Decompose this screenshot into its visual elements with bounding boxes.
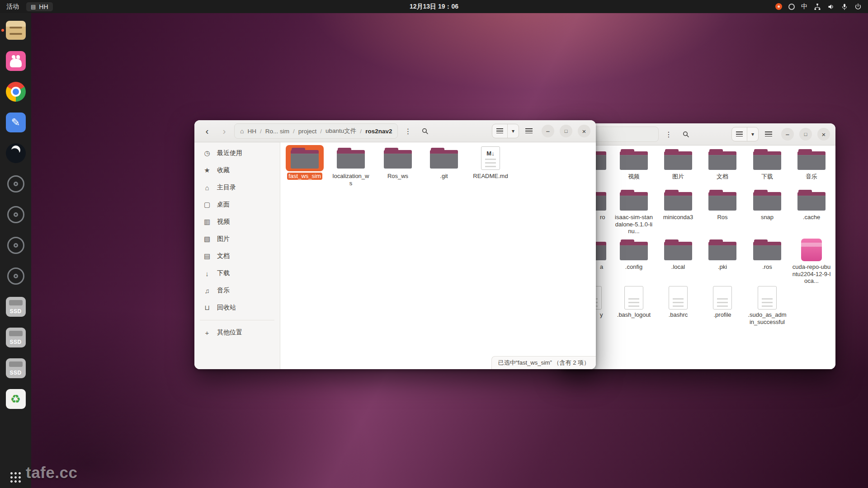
- sidebar-item-desktop[interactable]: ▢ 桌面: [198, 197, 276, 213]
- screen-record-indicator-icon[interactable]: [775, 3, 782, 10]
- file-item[interactable]: .pki: [701, 238, 744, 271]
- dock-item-editor[interactable]: ✎: [5, 112, 27, 133]
- file-item[interactable]: Ros_ws: [376, 145, 420, 180]
- dock-item-disk-2[interactable]: [5, 204, 27, 225]
- back-close-button[interactable]: ×: [817, 128, 830, 141]
- breadcrumb-segment[interactable]: ubantu文件: [326, 127, 356, 135]
- breadcrumb-segment[interactable]: project: [298, 128, 317, 135]
- file-item[interactable]: .bashrc: [657, 286, 699, 319]
- minimize-button[interactable]: −: [542, 125, 554, 137]
- view-toggle[interactable]: ▾: [492, 124, 519, 138]
- dock-item-disk-3[interactable]: [5, 235, 27, 256]
- desktop-icon: ▢: [203, 201, 212, 209]
- file-item[interactable]: 下载: [746, 147, 788, 180]
- file-item[interactable]: .profile: [701, 286, 744, 319]
- file-item[interactable]: .cache: [790, 188, 833, 221]
- chevron-down-icon[interactable]: ▾: [508, 124, 519, 138]
- back-search-button[interactable]: [679, 127, 693, 141]
- dock-item-disk-1[interactable]: [5, 173, 27, 195]
- volume-icon[interactable]: [827, 3, 835, 10]
- back-nav-button[interactable]: ‹: [200, 124, 214, 138]
- file-item[interactable]: .git: [422, 145, 466, 180]
- sidebar-item-recent[interactable]: ◷ 最近使用: [198, 145, 276, 161]
- breadcrumb-segment[interactable]: Ro... sim: [265, 128, 289, 135]
- sidebar-item-documents[interactable]: ▤ 文档: [198, 248, 276, 264]
- file-item[interactable]: cuda-repo-ubuntu2204-12-9-loca...: [790, 238, 833, 285]
- back-kebab-menu-button[interactable]: ⋮: [661, 127, 676, 141]
- sidebar-item-trash[interactable]: ⊔ 回收站: [198, 300, 276, 316]
- sidebar-item-videos[interactable]: ▥ 视频: [198, 214, 276, 230]
- dock-item-chrome[interactable]: [5, 81, 27, 103]
- file-grid: fast_ws_sim localization_ws Ros_ws .git …: [280, 142, 596, 369]
- dock-item-ssd-1[interactable]: SSD: [5, 296, 27, 318]
- clock-icon: ◷: [203, 149, 212, 157]
- back-view-toggle[interactable]: ▾: [731, 127, 759, 141]
- sidebar-item-home[interactable]: ⌂ 主目录: [198, 179, 276, 196]
- dock-item-obs[interactable]: [5, 142, 27, 164]
- list-view-icon[interactable]: [492, 124, 507, 138]
- editor-app-icon: ✎: [6, 113, 26, 132]
- kebab-menu-button[interactable]: ⋮: [401, 124, 415, 138]
- activities-button[interactable]: 活动: [6, 3, 19, 11]
- dock-item-disk-4[interactable]: [5, 265, 27, 287]
- focused-app-indicator[interactable]: ▤ HH: [26, 2, 53, 11]
- chevron-down-icon[interactable]: ▾: [747, 127, 758, 141]
- file-item-selected[interactable]: fast_ws_sim: [283, 145, 326, 180]
- sidebar-item-music[interactable]: ♫ 音乐: [198, 282, 276, 299]
- film-icon: ▥: [203, 218, 212, 226]
- back-hamburger-menu-button[interactable]: [761, 127, 776, 141]
- file-item[interactable]: 音乐: [790, 147, 833, 180]
- close-button[interactable]: ×: [578, 125, 590, 137]
- file-item[interactable]: localization_ws: [329, 145, 373, 187]
- file-item[interactable]: 视频: [613, 147, 655, 180]
- dock-item-pink-app[interactable]: [5, 50, 27, 72]
- sidebar: ◷ 最近使用 ★ 收藏 ⌂ 主目录 ▢ 桌面 ▥ 视频 ▧ 图片 ▤ 文档 ↓: [194, 142, 280, 369]
- sidebar-item-downloads[interactable]: ↓ 下载: [198, 265, 276, 282]
- sidebar-item-pictures[interactable]: ▧ 图片: [198, 231, 276, 247]
- file-item[interactable]: .local: [657, 238, 699, 271]
- power-icon[interactable]: [854, 3, 862, 10]
- file-item[interactable]: snap: [746, 188, 788, 221]
- folder-icon: [620, 190, 648, 211]
- obs-icon: [6, 143, 26, 163]
- maximize-button[interactable]: □: [560, 125, 572, 137]
- breadcrumb-segment[interactable]: HH: [247, 128, 256, 135]
- forward-nav-button[interactable]: ›: [217, 124, 231, 138]
- sidebar-item-starred[interactable]: ★ 收藏: [198, 162, 276, 178]
- file-item[interactable]: .bash_logout: [613, 286, 655, 319]
- hamburger-menu-button[interactable]: [522, 124, 536, 138]
- screenshot-tool-icon[interactable]: [788, 4, 795, 10]
- back-minimize-button[interactable]: −: [781, 128, 794, 141]
- folder-icon: [708, 149, 736, 170]
- dock-item-recycle[interactable]: ♻: [5, 388, 27, 410]
- file-item[interactable]: 文档: [701, 147, 744, 180]
- file-item[interactable]: 图片: [657, 147, 699, 180]
- files-window-back: ⋮ ▾ − □ × 视频 图片 文档: [561, 123, 835, 369]
- breadcrumb[interactable]: ⌂ HH / Ro... sim / project / ubantu文件 / …: [234, 123, 398, 139]
- file-item[interactable]: M↓ README.md: [469, 145, 512, 180]
- file-item[interactable]: .ros: [746, 238, 788, 271]
- file-item[interactable]: isaac-sim-standalone-5.1.0-linu...: [613, 188, 655, 235]
- watermark: tafe.cc: [26, 464, 77, 482]
- file-item[interactable]: .sudo_as_admin_successful: [746, 286, 788, 325]
- file-item[interactable]: Ros: [701, 188, 744, 221]
- back-maximize-button[interactable]: □: [799, 128, 812, 141]
- file-item[interactable]: .config: [613, 238, 655, 271]
- dock-item-files[interactable]: [5, 19, 27, 41]
- back-titlebar[interactable]: ⋮ ▾ − □ ×: [561, 123, 835, 145]
- sidebar-item-other-locations[interactable]: + 其他位置: [198, 324, 276, 341]
- dock-item-ssd-3[interactable]: SSD: [5, 357, 27, 379]
- show-apps-button[interactable]: [9, 471, 22, 483]
- microphone-icon[interactable]: [841, 3, 848, 10]
- search-button[interactable]: [418, 124, 432, 138]
- front-titlebar[interactable]: ‹ › ⌂ HH / Ro... sim / project / ubantu文…: [194, 120, 596, 142]
- input-method-indicator[interactable]: 中: [801, 3, 807, 11]
- dock-item-ssd-2[interactable]: SSD: [5, 327, 27, 348]
- clock-button[interactable]: 12月13日 19：06: [410, 0, 458, 13]
- network-icon[interactable]: [814, 3, 821, 10]
- location-icon: ⌂: [240, 127, 244, 135]
- search-icon: [682, 131, 689, 138]
- breadcrumb-current[interactable]: ros2nav2: [365, 128, 392, 135]
- list-view-icon[interactable]: [732, 127, 747, 141]
- file-item[interactable]: miniconda3: [657, 188, 699, 221]
